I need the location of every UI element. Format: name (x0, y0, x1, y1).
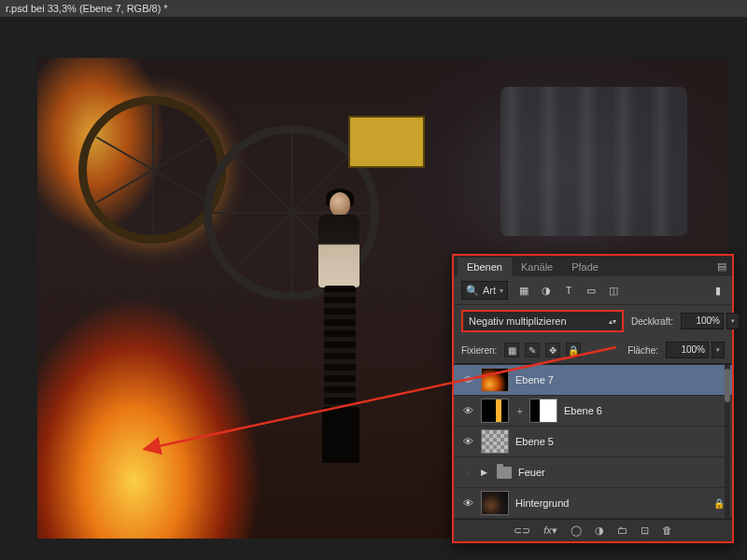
opacity-stepper[interactable]: ▾ (726, 313, 740, 329)
filter-shape-icon[interactable]: ▭ (585, 284, 598, 297)
visibility-icon[interactable]: 👁 (461, 435, 474, 448)
warning-sign (348, 116, 425, 168)
layer-row[interactable]: 👁 Ebene 5 (454, 427, 732, 457)
panel-footer: ⊂⊃ fx▾ ◯ ◑ 🗀 ⊡ 🗑 (454, 519, 732, 541)
lock-buttons: ▦ ✎ ✥ 🔒 (504, 343, 581, 357)
link-layers-icon[interactable]: ⊂⊃ (514, 525, 530, 537)
layer-row[interactable]: 👁 Hintergrund 🔒 (454, 488, 732, 519)
fill-stepper[interactable]: ▾ (712, 342, 725, 358)
blend-mode-value: Negativ multiplizieren (469, 315, 567, 327)
chevron-down-icon: ▾ (500, 287, 503, 295)
tab-layers[interactable]: Ebenen (458, 258, 512, 276)
visibility-icon[interactable]: 👁 (461, 497, 474, 510)
filter-adjust-icon[interactable]: ◑ (540, 284, 553, 297)
filter-kind-select[interactable]: 🔍 Art ▾ (461, 281, 508, 300)
bg-pipes (500, 87, 687, 236)
search-icon: 🔍 (466, 285, 479, 297)
chevron-updown-icon: ▴▾ (609, 317, 616, 326)
expand-group-icon[interactable]: ▶ (481, 468, 490, 477)
layer-name[interactable]: Ebene 7 (515, 374, 725, 385)
scroll-thumb[interactable] (725, 369, 730, 402)
filter-toggle-icon[interactable]: ▮ (712, 284, 725, 297)
layer-row[interactable]: 👁 Ebene 7 (454, 365, 732, 396)
document-title: r.psd bei 33,3% (Ebene 7, RGB/8) * (0, 0, 747, 17)
layer-name[interactable]: Feuer (518, 467, 725, 478)
model-figure (300, 192, 380, 463)
visibility-icon[interactable]: ▫ (461, 466, 474, 479)
layer-name[interactable]: Ebene 6 (564, 405, 725, 416)
delete-icon[interactable]: 🗑 (662, 525, 672, 537)
layer-name[interactable]: Hintergrund (515, 497, 707, 509)
layer-thumb[interactable] (481, 429, 509, 454)
lock-pixels-icon[interactable]: ✎ (525, 343, 540, 357)
folder-icon (497, 467, 512, 479)
fill-field[interactable]: 100% (666, 342, 709, 358)
lock-icon: 🔒 (713, 498, 725, 509)
lock-position-icon[interactable]: ✥ (545, 343, 560, 357)
layer-list: 👁 Ebene 7 👁 ⏚ Ebene 6 👁 Ebene 5 ▫ ▶ Feue… (454, 364, 732, 519)
lock-transparent-icon[interactable]: ▦ (504, 343, 519, 357)
layer-name[interactable]: Ebene 5 (515, 436, 725, 447)
layer-thumb[interactable] (481, 368, 509, 392)
filter-type-icon[interactable]: T (562, 284, 575, 297)
visibility-icon[interactable]: 👁 (461, 404, 474, 417)
layer-thumb[interactable] (481, 491, 509, 515)
fx-icon[interactable]: fx▾ (543, 525, 557, 537)
tab-paths[interactable]: Pfade (562, 258, 608, 276)
opacity-label: Deckkraft: (631, 316, 673, 327)
new-layer-icon[interactable]: ⊡ (641, 525, 649, 537)
link-icon[interactable]: ⏚ (515, 406, 523, 415)
panel-tabs: Ebenen Kanäle Pfade ▤ (454, 256, 732, 276)
filter-kind-label: Art (483, 285, 496, 296)
tab-channels[interactable]: Kanäle (512, 258, 562, 276)
visibility-icon[interactable]: 👁 (461, 373, 474, 386)
layer-mask-thumb[interactable] (529, 399, 557, 423)
layer-row[interactable]: 👁 ⏚ Ebene 6 (454, 396, 732, 427)
layers-panel: Ebenen Kanäle Pfade ▤ 🔍 Art ▾ ▦ ◑ T ▭ ◫ … (452, 254, 734, 543)
lock-label: Fixieren: (461, 345, 497, 356)
mask-icon[interactable]: ◯ (571, 525, 582, 537)
group-icon[interactable]: 🗀 (617, 525, 627, 537)
layer-row[interactable]: ▫ ▶ Feuer (454, 457, 732, 488)
layer-thumb[interactable] (481, 399, 509, 423)
filter-pixel-icon[interactable]: ▦ (517, 284, 530, 297)
filter-smart-icon[interactable]: ◫ (607, 284, 620, 297)
lock-all-icon[interactable]: 🔒 (566, 343, 581, 357)
adjustment-icon[interactable]: ◑ (595, 525, 604, 537)
opacity-field[interactable]: 100% (681, 313, 724, 329)
fill-label: Fläche: (627, 345, 658, 356)
blend-mode-select[interactable]: Negativ multiplizieren ▴▾ (461, 310, 624, 332)
panel-menu-icon[interactable]: ▤ (712, 257, 732, 276)
